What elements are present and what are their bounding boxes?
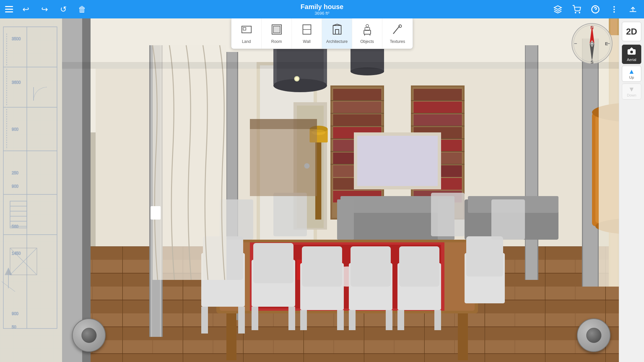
tool-wall[interactable]: Wall xyxy=(292,18,322,49)
svg-rect-215 xyxy=(599,35,619,287)
joystick-right[interactable] xyxy=(577,318,610,352)
svg-rect-60 xyxy=(243,27,246,30)
svg-rect-93 xyxy=(526,45,537,280)
svg-rect-138 xyxy=(357,136,438,186)
svg-rect-214 xyxy=(151,206,161,220)
svg-rect-123 xyxy=(414,114,462,126)
svg-rect-122 xyxy=(414,102,462,113)
down-label: Down xyxy=(627,93,636,97)
svg-rect-121 xyxy=(414,89,462,101)
main-3d-view[interactable] xyxy=(62,18,619,362)
more-options-icon[interactable] xyxy=(608,3,620,15)
top-bar-right xyxy=(552,3,639,15)
svg-rect-104 xyxy=(333,89,381,101)
tool-objects[interactable]: Objects xyxy=(352,18,382,49)
svg-rect-188 xyxy=(302,246,342,287)
top-navigation-bar: ↩ ↪ ↺ 🗑 Family house 3696 ft² xyxy=(0,0,644,18)
svg-point-209 xyxy=(295,77,299,80)
svg-point-71 xyxy=(366,24,369,27)
svg-rect-203 xyxy=(466,236,503,277)
textures-icon xyxy=(391,23,404,38)
svg-rect-195 xyxy=(386,310,392,330)
svg-rect-66 xyxy=(335,29,339,34)
svg-rect-190 xyxy=(337,310,344,330)
svg-rect-216 xyxy=(62,62,619,69)
joystick-left-inner[interactable] xyxy=(82,328,97,343)
objects-label: Objects xyxy=(360,39,374,44)
svg-rect-180 xyxy=(238,307,245,334)
svg-rect-205 xyxy=(273,193,307,236)
compass: E S N xyxy=(570,22,614,65)
cart-icon[interactable] xyxy=(571,3,583,15)
up-arrow-icon: ▲ xyxy=(628,68,635,75)
svg-rect-179 xyxy=(201,307,208,334)
menu-button[interactable] xyxy=(5,6,13,12)
svg-rect-62 xyxy=(273,26,280,33)
trash-button[interactable]: 🗑 xyxy=(76,3,88,15)
svg-rect-193 xyxy=(351,246,391,287)
sync-button[interactable]: ↺ xyxy=(57,3,69,15)
land-icon xyxy=(240,23,253,38)
svg-rect-183 xyxy=(253,243,293,283)
svg-point-51 xyxy=(575,12,576,13)
project-subtitle: 3696 ft² xyxy=(301,11,343,16)
svg-rect-210 xyxy=(250,119,317,129)
joystick-left[interactable] xyxy=(72,318,106,352)
redo-button[interactable]: ↪ xyxy=(39,3,51,15)
tool-land[interactable]: Land xyxy=(231,18,262,49)
aerial-view-button[interactable]: Aerial xyxy=(622,45,641,64)
svg-point-55 xyxy=(613,6,615,7)
svg-point-57 xyxy=(613,11,615,12)
nav-up-button[interactable]: ▲ Up xyxy=(622,66,641,82)
left-sidebar xyxy=(0,18,62,362)
svg-point-212 xyxy=(304,163,310,169)
svg-rect-198 xyxy=(399,246,439,287)
objects-icon xyxy=(361,23,373,38)
svg-rect-185 xyxy=(288,307,295,330)
undo-button[interactable]: ↩ xyxy=(20,3,32,15)
svg-rect-194 xyxy=(349,310,356,330)
up-label: Up xyxy=(629,75,634,79)
room-label: Room xyxy=(271,39,282,44)
view-2d-button[interactable]: 2D xyxy=(622,22,641,41)
cube-icon[interactable] xyxy=(552,3,564,15)
upload-icon[interactable] xyxy=(627,3,639,15)
project-title: Family house xyxy=(301,3,343,11)
svg-rect-211 xyxy=(250,129,317,196)
land-label: Land xyxy=(242,39,251,44)
wall-label: Wall xyxy=(303,39,311,44)
svg-rect-67 xyxy=(364,30,371,34)
textures-label: Textures xyxy=(390,39,405,44)
tool-architecture[interactable]: Architecture xyxy=(322,18,352,49)
svg-rect-199 xyxy=(397,310,404,330)
svg-rect-200 xyxy=(434,310,441,330)
svg-rect-105 xyxy=(333,102,381,113)
wall-icon xyxy=(301,23,313,38)
tool-room[interactable]: Room xyxy=(262,18,292,49)
room-icon xyxy=(271,23,283,38)
joystick-right-outer[interactable] xyxy=(577,318,610,352)
3d-scene xyxy=(62,18,619,362)
joystick-left-outer[interactable] xyxy=(72,318,106,352)
architecture-icon xyxy=(331,23,343,38)
svg-point-231 xyxy=(630,51,633,53)
svg-rect-184 xyxy=(252,307,258,330)
tool-toolbar: Land Room Wall Architecture xyxy=(231,18,413,49)
svg-rect-157 xyxy=(337,199,354,240)
right-panel: 2D Aerial ▲ Up ▼ Down xyxy=(619,18,644,362)
tool-textures[interactable]: Textures xyxy=(382,18,413,49)
svg-point-141 xyxy=(273,79,327,92)
architecture-label: Architecture xyxy=(326,39,347,44)
svg-rect-189 xyxy=(300,310,307,330)
svg-rect-207 xyxy=(491,199,525,240)
svg-rect-106 xyxy=(333,114,381,126)
nav-down-button[interactable]: ▼ Down xyxy=(622,83,641,100)
svg-rect-206 xyxy=(431,193,465,236)
joystick-right-inner[interactable] xyxy=(586,328,601,343)
down-arrow-icon: ▼ xyxy=(628,86,635,93)
svg-point-225 xyxy=(591,43,593,45)
top-bar-left: ↩ ↪ ↺ 🗑 xyxy=(5,3,88,15)
header-title-area: Family house 3696 ft² xyxy=(301,3,343,16)
help-icon[interactable] xyxy=(589,3,601,15)
svg-rect-175 xyxy=(458,313,468,360)
